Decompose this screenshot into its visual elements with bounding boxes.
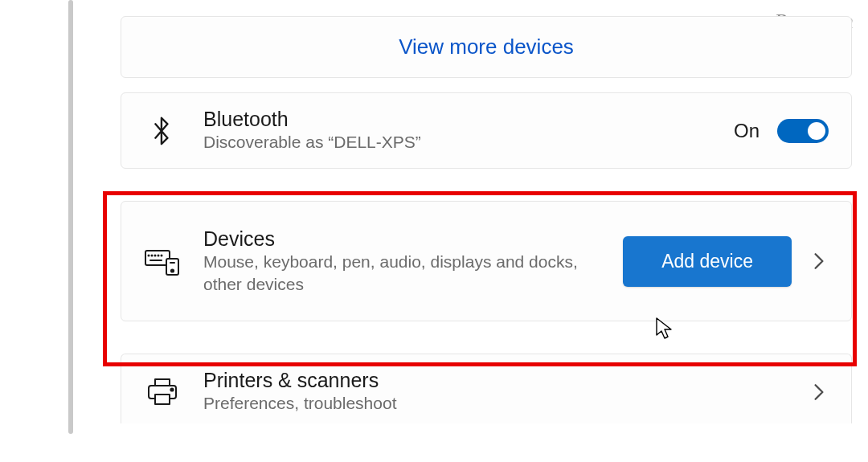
devices-subtitle: Mouse, keyboard, pen, audio, displays an… <box>203 251 589 296</box>
toggle-knob <box>808 122 825 140</box>
svg-point-13 <box>170 388 173 390</box>
printers-subtitle: Preferences, troubleshoot <box>203 392 589 415</box>
chevron-right-icon <box>809 251 829 271</box>
devices-icon <box>144 246 181 276</box>
svg-rect-10 <box>155 379 170 386</box>
svg-rect-12 <box>155 395 170 404</box>
settings-list: View more devices Bluetooth Discoverable… <box>121 16 852 438</box>
bluetooth-toggle[interactable] <box>777 119 829 143</box>
devices-title: Devices <box>203 227 600 251</box>
view-more-devices-label: View more devices <box>399 35 574 59</box>
spacer <box>121 336 852 354</box>
printers-title: Printers & scanners <box>203 369 787 392</box>
add-device-button[interactable]: Add device <box>623 236 792 287</box>
devices-row[interactable]: Devices Mouse, keyboard, pen, audio, dis… <box>121 201 852 321</box>
bluetooth-subtitle: Discoverable as “DELL-XPS” <box>203 131 589 153</box>
bluetooth-title: Bluetooth <box>203 108 711 131</box>
chevron-right-icon <box>809 382 829 402</box>
sidebar-track <box>68 0 73 434</box>
bluetooth-state-label: On <box>734 120 760 142</box>
bluetooth-row[interactable]: Bluetooth Discoverable as “DELL-XPS” On <box>121 92 852 169</box>
spacer <box>121 183 852 201</box>
printer-icon <box>144 377 181 407</box>
view-more-devices-button[interactable]: View more devices <box>121 16 852 78</box>
bluetooth-icon <box>144 115 181 147</box>
printers-row[interactable]: Printers & scanners Preferences, trouble… <box>121 354 852 423</box>
svg-point-8 <box>171 270 174 272</box>
